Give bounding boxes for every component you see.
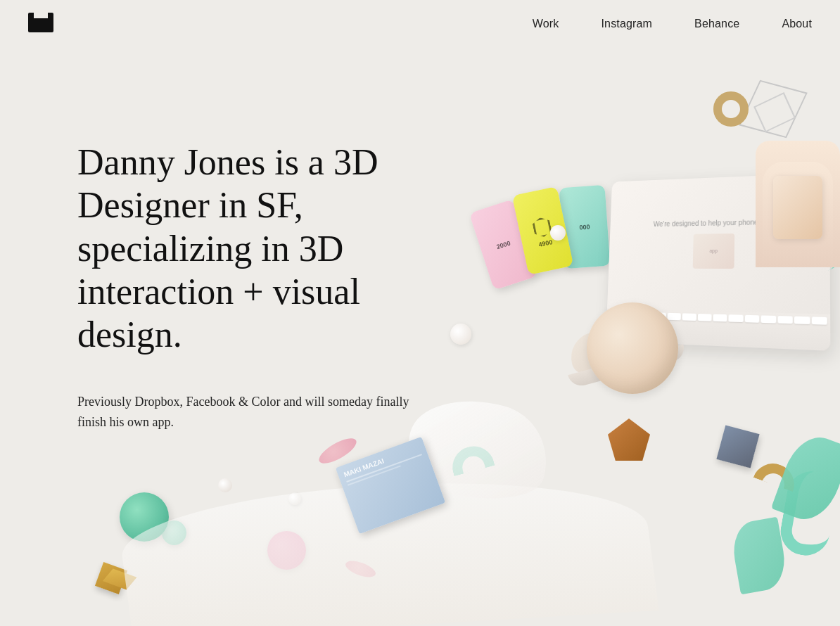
mint-leaf-2-icon xyxy=(729,517,789,595)
teal-curve-2-icon xyxy=(777,468,840,559)
gold-half-torus-icon xyxy=(753,458,801,492)
sneaker-upper xyxy=(566,312,677,377)
nav-link-work[interactable]: Work xyxy=(533,18,559,30)
book-title: MAKI MAZAI xyxy=(343,444,421,478)
small-sphere-teal-object xyxy=(162,520,186,545)
laptop-keyboard xyxy=(606,309,830,351)
mint-leaf-1-icon xyxy=(771,429,840,528)
gold-cube-icon xyxy=(95,562,127,594)
teal-arch-icon xyxy=(447,442,495,476)
hero-heading: Danny Jones is a 3D Designer in SF, spec… xyxy=(77,141,415,357)
nav-link-about[interactable]: About xyxy=(782,18,812,30)
pink-blob-bottom-object xyxy=(267,531,306,570)
phone-hex-icon xyxy=(531,216,552,239)
phone-card-yellow: 4900 xyxy=(512,186,573,275)
sneaker-swoosh-icon xyxy=(591,324,652,366)
sneaker-sole xyxy=(568,344,687,388)
white-wave-object xyxy=(115,471,658,626)
large-sphere-object xyxy=(587,302,678,394)
square-gem-icon xyxy=(716,425,759,468)
phone-number-1: 2000 xyxy=(495,239,511,250)
phone-card-pink: 2000 xyxy=(469,199,537,290)
hero-subtext: Previously Dropbox, Facebook & Color and… xyxy=(77,392,415,433)
green-sphere-object xyxy=(120,492,169,542)
sneaker-object xyxy=(550,300,708,418)
small-sphere-1-object xyxy=(550,225,566,241)
magazine-book-object: MAKI MAZAI xyxy=(336,437,445,534)
phone-number-2: 4900 xyxy=(537,238,553,248)
gold-torus-icon xyxy=(713,91,749,127)
phone-number-3: 000 xyxy=(579,223,590,231)
bronze-gem-icon xyxy=(601,419,657,475)
pink-blob-2-object xyxy=(343,558,377,580)
wireframe-diamond-icon xyxy=(739,80,808,139)
laptop-mockup: We're designed to help your phone better… xyxy=(606,173,830,351)
logo[interactable] xyxy=(28,13,53,35)
small-sphere-5-object xyxy=(218,478,232,492)
small-sphere-3-object xyxy=(288,492,301,505)
teal-curve-1-icon xyxy=(759,154,840,281)
laptop-screen: We're designed to help your phone better… xyxy=(607,173,830,314)
hand-object xyxy=(756,141,840,267)
nav-link-instagram[interactable]: Instagram xyxy=(601,18,652,30)
pink-blob-1-object xyxy=(316,433,360,468)
svg-rect-1 xyxy=(34,13,48,18)
nav-item-instagram[interactable]: Instagram xyxy=(601,18,652,30)
nav-link-behance[interactable]: Behance xyxy=(694,18,739,30)
small-sphere-2-object xyxy=(450,324,471,345)
hero-section: Danny Jones is a 3D Designer in SF, spec… xyxy=(77,141,415,432)
nav-item-work[interactable]: Work xyxy=(533,18,559,30)
phone-cards-group: 2000 4900 000 xyxy=(475,179,613,281)
nav-links: Work Instagram Behance About xyxy=(533,18,812,30)
nav-item-about[interactable]: About xyxy=(782,18,812,30)
white-blob-object xyxy=(397,385,559,516)
nav-item-behance[interactable]: Behance xyxy=(694,18,739,30)
navigation: Work Instagram Behance About xyxy=(0,0,840,48)
phone-card-teal: 000 xyxy=(559,185,611,269)
